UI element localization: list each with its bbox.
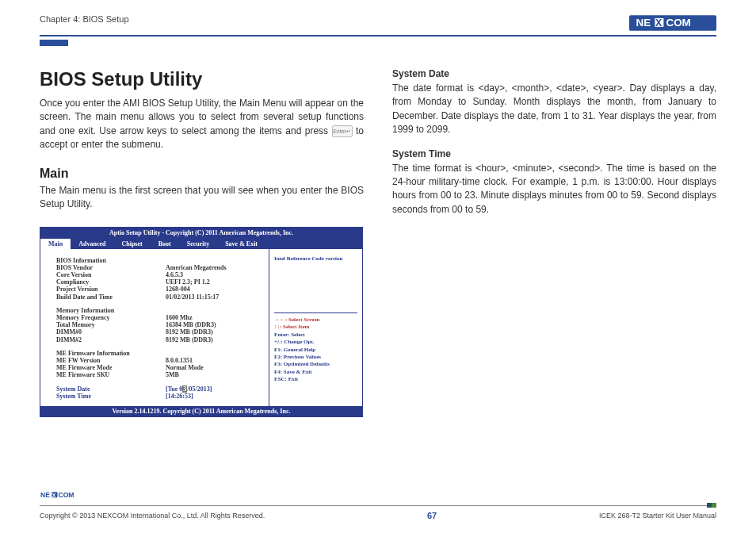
- nexcom-logo: NEXCOM: [629, 14, 716, 32]
- bios-tab-save-exit[interactable]: Save & Exit: [217, 239, 265, 249]
- bios-label: Project Version: [56, 286, 166, 293]
- bios-label: BIOS Information: [56, 257, 166, 264]
- bios-tab-advanced[interactable]: Advanced: [71, 239, 113, 249]
- intro-text-a: Once you enter the AMI BIOS Setup Utilit…: [40, 98, 364, 136]
- bios-label: DIMM#2: [56, 336, 166, 343]
- bios-label: Memory Frequency: [56, 314, 166, 321]
- bios-main-panel: BIOS Information BIOS VendorAmerican Meg…: [40, 249, 269, 406]
- chapter-label: Chapter 4: BIOS Setup: [40, 14, 129, 24]
- system-time-heading: System Time: [392, 148, 716, 159]
- intro-paragraph: Once you enter the AMI BIOS Setup Utilit…: [40, 97, 364, 152]
- bios-value: 5MB: [166, 371, 262, 378]
- bios-label: ME Firmware SKU: [56, 371, 166, 378]
- bios-label: BIOS Vendor: [56, 264, 166, 271]
- svg-text:COM: COM: [59, 491, 74, 499]
- bios-value: UEFI 2.3; PI 1.2: [166, 278, 262, 286]
- bios-system-time-label[interactable]: System Time: [56, 393, 166, 400]
- bios-title-bar: Aptio Setup Utility - Copyright (C) 2011…: [40, 228, 362, 238]
- bios-label: DIMM#0: [56, 328, 166, 336]
- bios-tab-bar: Main Advanced Chipset Boot Security Save…: [40, 239, 362, 249]
- system-date-paragraph: The date format is <day>, <month>, <date…: [392, 82, 716, 137]
- header-rule: [40, 35, 716, 36]
- bios-help-line: F2: Previous Values: [274, 354, 357, 361]
- bios-value: 8192 MB (DDR3): [166, 328, 262, 336]
- page-title: BIOS Setup Utility: [40, 68, 364, 90]
- bios-help-line: F1: General Help: [274, 347, 357, 354]
- bios-label: Total Memory: [56, 321, 166, 328]
- bios-value: [166, 307, 262, 314]
- enter-key-icon: Enter↵: [332, 125, 353, 137]
- bios-value: [166, 257, 262, 264]
- page-number: 67: [427, 511, 437, 520]
- svg-text:COM: COM: [666, 17, 690, 29]
- bios-system-date-label[interactable]: System Date: [56, 385, 166, 393]
- bios-label: Compliancy: [56, 278, 166, 286]
- bios-system-date-value[interactable]: [Tue 03/05/2013]: [166, 385, 262, 393]
- bios-value: 8.0.0.1351: [166, 357, 262, 364]
- svg-text:NE: NE: [636, 17, 651, 29]
- bios-value: 1600 Mhz: [166, 314, 262, 321]
- bios-label: ME Firmware Mode: [56, 364, 166, 371]
- footer-rule: [40, 505, 707, 506]
- bios-value: 16384 MB (DDR3): [166, 321, 262, 328]
- bios-help-line: +/-: Change Opt.: [274, 339, 357, 346]
- bios-system-time-value[interactable]: [14:26:53]: [166, 393, 262, 400]
- system-date-heading: System Date: [392, 68, 716, 79]
- bios-help-topic: Intel Reference Code version: [274, 255, 357, 262]
- bios-value: 8192 MB (DDR3): [166, 336, 262, 343]
- nexcom-footer-logo: NEXCOM: [40, 490, 716, 503]
- footer-copyright: Copyright © 2013 NEXCOM International Co…: [40, 512, 265, 520]
- bios-value: American Megatrends: [166, 264, 262, 271]
- bios-value: [166, 350, 262, 357]
- bios-help-line: ESC: Exit: [274, 376, 357, 383]
- bios-help-panel: Intel Reference Code version →←: Select …: [269, 249, 362, 406]
- bios-tab-boot[interactable]: Boot: [151, 239, 179, 249]
- svg-text:X: X: [52, 493, 56, 498]
- bios-help-line: Enter: Select: [274, 332, 357, 339]
- bios-tab-main[interactable]: Main: [40, 239, 71, 249]
- bios-footer-bar: Version 2.14.1219. Copyright (C) 2011 Am…: [40, 406, 362, 416]
- bios-help-line: ↑↓: Select Item: [274, 324, 357, 331]
- main-paragraph: The Main menu is the first screen that y…: [40, 184, 364, 212]
- svg-text:NE: NE: [40, 491, 50, 499]
- bios-label: Memory Information: [56, 307, 166, 314]
- bios-tab-chipset[interactable]: Chipset: [113, 239, 150, 249]
- bios-value: 1268-004: [166, 286, 262, 293]
- bios-label: Build Date and Time: [56, 293, 166, 301]
- header-tab-accent: [40, 40, 68, 46]
- svg-text:X: X: [655, 17, 662, 29]
- bios-help-line: →←: Select Screen: [274, 316, 357, 324]
- bios-value: 01/02/2013 11:15:17: [166, 293, 262, 301]
- bios-label: ME Firmware Information: [56, 350, 166, 357]
- bios-value: Normal Mode: [166, 364, 262, 371]
- bios-label: Core Version: [56, 271, 166, 278]
- bios-screenshot: Aptio Setup Utility - Copyright (C) 2011…: [40, 227, 363, 417]
- bios-value: 4.6.5.3: [166, 271, 262, 278]
- bios-help-line: F3: Optimized Defaults: [274, 361, 357, 368]
- bios-label: ME FW Version: [56, 357, 166, 364]
- footer-accent-square: [712, 503, 716, 508]
- system-time-paragraph: The time format is <hour>, <minute>, <se…: [392, 162, 716, 217]
- footer-product: ICEK 268-T2 Starter Kit User Manual: [599, 512, 716, 520]
- bios-tab-security[interactable]: Security: [179, 239, 217, 249]
- bios-help-line: F4: Save & Exit: [274, 369, 357, 376]
- main-heading: Main: [40, 167, 364, 181]
